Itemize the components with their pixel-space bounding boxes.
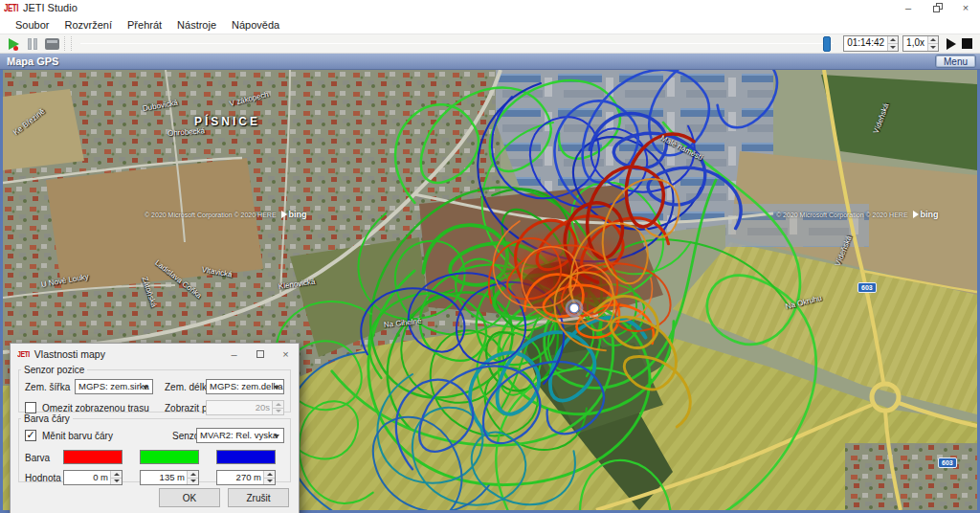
value-spinbox-0[interactable]: 0 m (63, 470, 122, 485)
sensor-position-group: Senzor pozice Zem. šířka MGPS: zem.sirka… (18, 365, 291, 413)
dialog-titlebar[interactable]: JETI Vlastnosti mapy – × (11, 344, 299, 364)
toolbar-separator (64, 36, 65, 51)
map-panel-title: Mapa GPS (7, 56, 58, 67)
value-row-label: Hodnota (25, 473, 61, 483)
dialog-title: Vlastnosti mapy (34, 348, 105, 360)
dialog-maximize-button[interactable] (247, 345, 273, 364)
position-marker (567, 301, 582, 316)
change-color-label: Měnit barvu čáry (42, 431, 113, 441)
limit-route-checkbox[interactable] (25, 402, 36, 413)
menu-rozvrzeni[interactable]: Rozvržení (56, 17, 120, 33)
spin-down-button[interactable] (111, 478, 122, 485)
map-attribution: © 2020 Microsoft Corporation © 2020 HERE… (776, 210, 939, 219)
color-swatch-green[interactable] (140, 450, 199, 464)
change-color-checkbox[interactable]: ✓ (25, 430, 36, 441)
speed-down-button[interactable] (928, 43, 938, 51)
spin-down-button[interactable] (264, 478, 275, 485)
menu-prehrat[interactable]: Přehrát (120, 17, 169, 33)
restore-button[interactable] (923, 0, 951, 15)
bing-logo: bing (281, 210, 307, 219)
window-titlebar: JETI JETI Studio – × (0, 0, 980, 15)
color-swatch-red[interactable] (63, 450, 122, 464)
spin-down-button[interactable] (188, 478, 198, 485)
dialog-buttons: OK Zrušit (11, 482, 299, 513)
map-panel-header: Mapa GPS Menu (0, 54, 980, 70)
color-swatch-blue[interactable] (216, 450, 276, 464)
menu-napoveda[interactable]: Nápověda (224, 17, 287, 33)
device-icon[interactable] (42, 35, 61, 53)
limit-route-label: Omezit zobrazenou trasu (42, 403, 149, 413)
dialog-close-button[interactable]: × (273, 345, 299, 364)
road-shield: 603 (938, 457, 957, 468)
timeline-track (80, 43, 834, 44)
minimize-button[interactable]: – (894, 0, 923, 15)
latitude-label: Zem. šířka (25, 382, 70, 392)
chevron-down-icon (143, 386, 148, 390)
time-value: 01:14:42 (844, 36, 887, 51)
speed-value: 1,0x (903, 36, 927, 51)
color-row-label: Barva (25, 453, 50, 463)
play-button[interactable] (947, 38, 956, 50)
value-spinbox-1[interactable]: 135 m (140, 470, 199, 485)
group-legend: Senzor pozice (21, 365, 87, 375)
time-down-button[interactable] (888, 43, 898, 51)
timeline-slider[interactable] (80, 36, 834, 52)
chevron-down-icon (274, 435, 279, 438)
longitude-combobox[interactable]: MGPS: zem.delka (206, 379, 284, 394)
pause-icon[interactable] (23, 35, 42, 53)
cancel-button[interactable]: Zrušit (228, 488, 289, 507)
stop-button[interactable] (962, 38, 972, 49)
speed-spinbox[interactable]: 1,0x (902, 35, 939, 52)
menu-soubor[interactable]: Soubor (8, 17, 56, 33)
time-up-button[interactable] (888, 36, 898, 43)
road-shield: 603 (858, 282, 877, 293)
time-spinbox[interactable]: 01:14:42 (843, 35, 899, 52)
sensor-combobox[interactable]: MVAR2: Rel. vyska (196, 428, 284, 443)
jeti-logo-icon: JETI (4, 2, 18, 12)
ok-button[interactable]: OK (159, 488, 220, 507)
jeti-logo-icon: JETI (17, 349, 30, 358)
timeline-handle[interactable] (823, 36, 831, 52)
latitude-combobox[interactable]: MGPS: zem.sirka (75, 379, 153, 394)
toolbar-separator (71, 36, 72, 51)
map-menu-button[interactable]: Menu (935, 55, 976, 68)
line-color-group: Barva čáry ✓ Měnit barvu čáry Senzor MVA… (18, 413, 291, 482)
close-button[interactable]: × (951, 0, 980, 15)
map-properties-dialog: JETI Vlastnosti mapy – × Senzor pozice Z… (10, 343, 300, 513)
dialog-minimize-button[interactable]: – (221, 345, 247, 364)
group-legend: Barva čáry (21, 413, 73, 424)
map-attribution: © 2020 Microsoft Corporation © 2020 HERE… (145, 210, 307, 219)
value-spinbox-2[interactable]: 270 m (216, 470, 276, 485)
window-title: JETI Studio (23, 2, 78, 13)
app-window: JETI JETI Studio – × Soubor Rozvržení Př… (0, 0, 980, 513)
chevron-down-icon (274, 386, 279, 390)
bing-logo: bing (913, 210, 939, 219)
speed-up-button[interactable] (928, 36, 938, 43)
record-play-icon[interactable] (4, 35, 23, 53)
menu-nastroje[interactable]: Nástroje (169, 17, 224, 33)
menu-bar: Soubor Rozvržení Přehrát Nástroje Nápově… (0, 15, 980, 33)
playback-toolbar: 01:14:42 1,0x (0, 33, 980, 54)
